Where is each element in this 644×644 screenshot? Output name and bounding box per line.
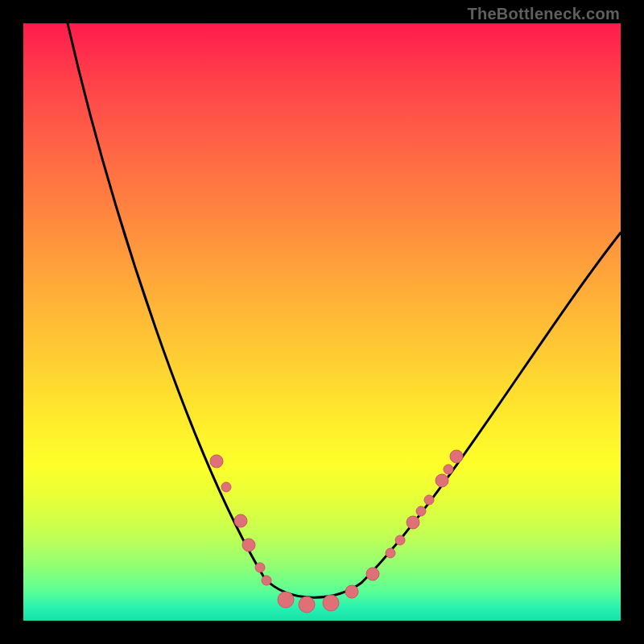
curve-marker (323, 595, 339, 611)
curve-marker (407, 516, 419, 529)
curve-marker (255, 563, 265, 572)
curve-marker (345, 585, 358, 598)
curve-marker (210, 455, 223, 468)
chart-container: TheBottleneck.com (0, 0, 644, 644)
curve-marker (444, 464, 453, 474)
curve-marker (242, 539, 255, 551)
curve-marker (450, 450, 463, 463)
curve-marker (278, 592, 294, 608)
curve-marker (366, 568, 379, 580)
curve-marker (416, 506, 426, 516)
attribution-label: TheBottleneck.com (467, 5, 620, 23)
curve-marker (395, 535, 405, 545)
plot-area (23, 23, 621, 621)
marker-group (210, 450, 463, 613)
curve-marker (262, 576, 271, 585)
curve-marker (386, 548, 395, 558)
curve-marker (436, 474, 448, 487)
curve-marker (424, 495, 434, 505)
curve-marker (234, 514, 247, 527)
curve-svg (23, 23, 621, 621)
bottleneck-curve (68, 23, 621, 597)
curve-marker (299, 597, 315, 613)
curve-marker (221, 482, 231, 492)
